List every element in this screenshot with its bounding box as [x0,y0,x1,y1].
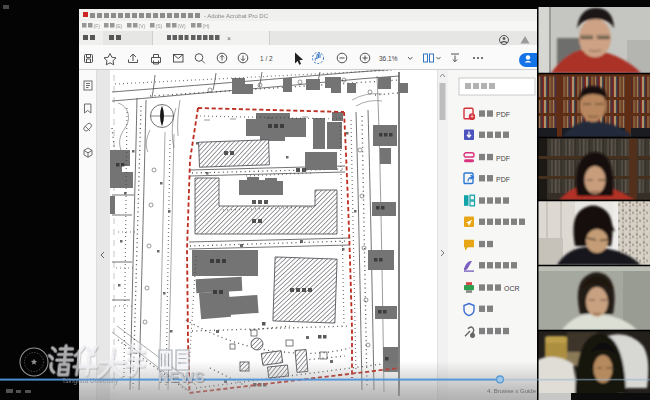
svg-text:OCR: OCR [504,284,520,293]
svg-text:36.1%: 36.1% [379,55,398,62]
svg-text:+: + [470,113,474,120]
svg-text:PDF: PDF [496,110,511,119]
svg-text:(V): (V) [139,23,146,29]
svg-text:····: ···· [617,389,625,395]
svg-text:PDF: PDF [496,154,511,163]
svg-text:(E): (E) [116,23,123,29]
svg-text:(S): (S) [156,23,163,29]
svg-text:1 / 2: 1 / 2 [260,55,273,62]
svg-text:(F): (F) [94,23,101,29]
svg-text:×: × [227,35,231,42]
svg-text:(H): (H) [203,23,210,29]
svg-text:PDF: PDF [496,175,511,184]
svg-text:- Adobe Acrobat Pro DC: - Adobe Acrobat Pro DC [204,13,269,19]
svg-text:(W): (W) [178,23,186,29]
